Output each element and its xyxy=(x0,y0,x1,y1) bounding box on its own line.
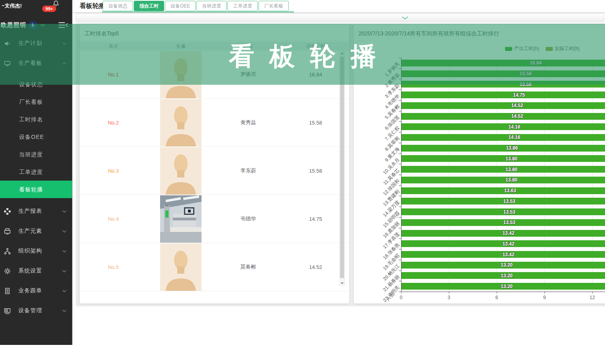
sidebar-item-设备管理[interactable]: 设备管理 xyxy=(0,301,72,321)
sidebar-item-label: 设备管理 xyxy=(18,307,62,314)
y-axis-tick xyxy=(399,217,401,218)
sidebar-item-label: 系统设置 xyxy=(18,267,62,274)
top-divider xyxy=(73,12,605,13)
bar-value-label: 14.52 xyxy=(511,103,523,108)
bar: 14.52 xyxy=(401,102,605,109)
person-name: 韦德华 xyxy=(215,215,282,222)
sidebar-subitem-看板轮播[interactable]: 看板轮播 xyxy=(0,181,72,198)
sidebar-subitem-工单进度[interactable]: 工单进度 xyxy=(0,163,72,181)
x-axis-line xyxy=(401,292,605,292)
bar-value-label: 13.53 xyxy=(503,199,515,204)
sidebar-subitem-工时排名[interactable]: 工时排名 xyxy=(0,111,72,128)
sidebar-item-生产报表[interactable]: 生产报表 xyxy=(0,201,72,221)
org-icon xyxy=(4,247,11,255)
overlay-title: 看板轮播 xyxy=(229,39,392,74)
y-axis-tick xyxy=(399,206,401,207)
tab-工单进度[interactable]: 工单进度 xyxy=(227,1,258,11)
bar-value-label: 13.42 xyxy=(502,252,514,257)
bar: 13.20 xyxy=(401,262,605,269)
bar: 13.80 xyxy=(401,177,605,183)
table-row: No.4韦德华14.75 xyxy=(80,195,349,243)
bar: 13.53 xyxy=(401,198,605,204)
y-axis-tick xyxy=(399,238,401,239)
rank-label: No.5 xyxy=(108,264,119,270)
bar-value-label: 13.63 xyxy=(504,188,516,193)
machine-photo xyxy=(160,195,202,243)
y-axis-tick xyxy=(399,121,401,122)
bar-chart-plot: 0369121.罗炳亮16.842.黄秀益15.583.李东蔚15.584.韦德… xyxy=(354,58,605,304)
bar: 13.63 xyxy=(401,187,605,194)
table-scrollbar[interactable] xyxy=(339,51,345,286)
bar: 13.20 xyxy=(401,283,605,290)
bar-value-label: 13.80 xyxy=(505,177,517,183)
bar: 13.42 xyxy=(401,251,605,258)
elements-icon xyxy=(4,228,11,235)
tab-当班进度[interactable]: 当班进度 xyxy=(196,1,227,11)
bar-value-label: 14.75 xyxy=(513,92,525,98)
bar-value-label: 13.80 xyxy=(505,167,517,172)
avatar-placeholder xyxy=(160,147,202,195)
y-axis-tick xyxy=(399,90,401,90)
x-axis-tick-label: 6 xyxy=(492,295,501,300)
y-axis-tick xyxy=(399,260,401,260)
ranking-table-body: No.1罗炳亮16.84No.2黄秀益15.58No.3李东蔚15.58No.4… xyxy=(80,51,349,291)
bar-value-label: 13.20 xyxy=(501,273,513,278)
tab-设备OEE[interactable]: 设备OEE xyxy=(165,1,196,11)
orders-icon xyxy=(4,287,11,294)
kanban-tabs: 设备状态综合工时设备OEE当班进度工单进度厂长看板 xyxy=(103,1,289,11)
rank-label: No.4 xyxy=(108,216,119,222)
bar-value-label: 13.42 xyxy=(502,230,514,236)
x-axis-tick-label: 12 xyxy=(587,295,597,300)
y-axis-tick xyxy=(399,100,401,101)
sidebar-subitem-厂长看板[interactable]: 厂长看板 xyxy=(0,93,72,111)
bar: 13.42 xyxy=(401,230,605,237)
x-axis-tick-label: 9 xyxy=(540,295,549,300)
chevron-down-icon xyxy=(62,230,67,233)
page-title: 看板轮播 xyxy=(80,2,105,10)
sidebar-item-label: 业务跟单 xyxy=(18,287,62,294)
person-name: 黄秀益 xyxy=(215,119,282,126)
rank-label: No.3 xyxy=(108,168,119,174)
y-axis-tick xyxy=(399,196,401,196)
sidebar-subitem-设备OEE[interactable]: 设备OEE xyxy=(0,128,72,146)
sidebar-subitem-当班进度[interactable]: 当班进度 xyxy=(0,146,72,163)
bar-value-label: 13.53 xyxy=(503,209,515,215)
bar: 13.80 xyxy=(401,166,605,173)
tab-综合工时[interactable]: 综合工时 xyxy=(134,1,164,11)
chevron-down-icon xyxy=(62,250,67,253)
x-axis-tick-label: 3 xyxy=(444,295,454,300)
y-axis-tick xyxy=(399,132,401,132)
y-axis-tick xyxy=(399,271,401,271)
filter-collapse-bar xyxy=(76,14,604,22)
sidebar-item-业务跟单[interactable]: 业务跟单 xyxy=(0,281,72,301)
bar-value-label: 13.80 xyxy=(505,156,517,162)
sidebar-item-组织架构[interactable]: 组织架构 xyxy=(0,241,72,261)
chevron-down-icon xyxy=(62,290,67,292)
y-axis-tick xyxy=(399,281,401,281)
bar-value-label: 13.20 xyxy=(501,262,513,268)
notification-badge: 99+ xyxy=(42,6,56,12)
scroll-down-arrow[interactable] xyxy=(341,282,344,284)
page: { "overlay_title": "看板轮播", "colors": { "… xyxy=(0,0,605,364)
y-axis-tick xyxy=(399,228,401,228)
table-row: No.2黄秀益15.58 xyxy=(80,99,349,147)
rank-label: No.2 xyxy=(108,120,119,126)
table-row: No.5莫春郴14.52 xyxy=(80,243,349,291)
y-axis-tick xyxy=(399,143,401,143)
report-icon xyxy=(4,208,11,215)
bar: 14.16 xyxy=(401,123,605,130)
y-axis-tick xyxy=(399,185,401,186)
expand-filters-chevron-down-icon[interactable] xyxy=(402,16,408,20)
table-row: No.3李东蔚15.58 xyxy=(80,147,349,195)
bar: 14.75 xyxy=(401,91,605,98)
sidebar-item-系统设置[interactable]: 系统设置 xyxy=(0,261,72,281)
y-axis-tick xyxy=(399,292,401,292)
scrollbar-thumb[interactable] xyxy=(340,57,344,278)
bar: 13.80 xyxy=(401,155,605,162)
tab-设备状态[interactable]: 设备状态 xyxy=(103,1,133,11)
chevron-down-icon xyxy=(62,270,67,273)
bar-value-label: 14.16 xyxy=(508,134,520,140)
tab-厂长看板[interactable]: 厂长看板 xyxy=(258,1,289,11)
sidebar-item-生产元素[interactable]: 生产元素 xyxy=(0,221,72,241)
bar: 13.42 xyxy=(401,240,605,247)
